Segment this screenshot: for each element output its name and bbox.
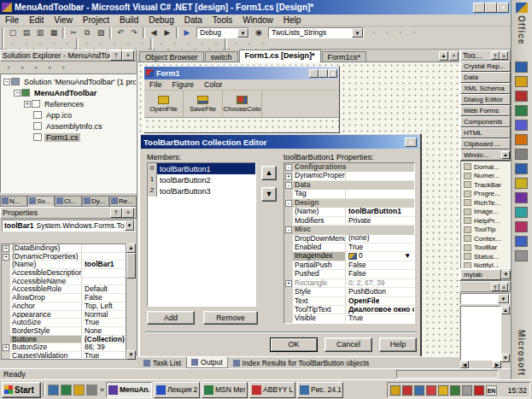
dialog-close-icon[interactable]: × [405,138,417,147]
toolbox-item-image[interactable]: Image... [461,208,510,217]
undo-icon[interactable]: ↶ [114,27,126,38]
toolbox-tab-windo[interactable]: Windo...▲ [460,150,511,161]
toolbox-item-richte[interactable]: RichTe... [461,198,510,208]
dock-tab-dy[interactable]: Dy... [82,196,109,207]
toolbox-item-status[interactable]: Status... [461,252,510,261]
navigate-forward-icon[interactable]: ▶ [161,27,173,38]
expand-box[interactable]: + [285,173,292,180]
toolbox-item-numer[interactable]: Numer... [461,172,510,181]
quicklaunch-icon-1[interactable] [48,384,59,396]
property-row-anchor[interactable]: AnchorTop, Left [2,302,126,311]
dialog-property-row-visible[interactable]: VisibleTrue [284,314,414,323]
expand-box[interactable]: − [14,90,20,97]
toolbox-item-toolbar[interactable]: ToolBar [461,244,510,253]
expand-box[interactable]: − [3,79,10,85]
quicklaunch-icon-2[interactable] [61,384,72,396]
tree-item-app-ico[interactable]: App.ico [1,109,136,120]
menu-item-project[interactable]: Project [78,15,114,26]
office-app-icon-2[interactable] [515,76,528,87]
layout-icon-17[interactable]: ▫ [243,38,255,50]
layout-icon-12[interactable]: ▫ [169,38,181,50]
menu-item-data[interactable]: Data [179,15,208,26]
find-in-files-icon[interactable]: ▫ [367,27,379,38]
pin-icon[interactable]: † [110,208,122,218]
form-close-button[interactable]: × [328,69,337,78]
layout-icon-1[interactable]: ▫ [7,38,19,50]
property-grid-scrollbar[interactable]: ▲ ▼ [126,244,136,360]
layout-icon-5[interactable]: ▫ [61,38,73,50]
new-file-icon[interactable]: ▢ [7,27,19,38]
menu-item-build[interactable]: Build [114,15,143,26]
chevron-down-icon[interactable]: ▼ [498,294,509,303]
toolbox-tab-mytab[interactable]: mytab [460,269,501,280]
property-row-dynamicproperties[interactable]: +(DynamicProperties) [2,253,126,261]
property-row-buttonsize[interactable]: +ButtonSize86; 39 [2,343,126,352]
layout-icon-2[interactable]: ▫ [20,38,32,50]
member-item-toolbarbutton1[interactable]: 0toolBarButton1 [148,163,255,174]
form-toolbar-button-openfile[interactable]: OpenFile [144,91,184,117]
dialog-property-row-modifiers[interactable]: ModifiersPrivate [284,217,414,226]
layout-icon-13[interactable]: ▫ [183,38,195,50]
form-menu-item-color[interactable]: Color [199,80,228,89]
toolbox-tab-clipboard[interactable]: Clipboard ... [460,138,511,150]
layout-icon-11[interactable]: ▫ [155,38,167,50]
tree-item-menuandtoolbar[interactable]: −MenuAndToolbar [1,87,136,98]
chevron-down-icon[interactable]: ▼ [237,28,248,38]
bottom-tab-output[interactable]: Output [186,357,228,368]
toolbox-tab-dropdown-icon[interactable]: ▼ [501,270,511,279]
property-row-accessiblerole[interactable]: AccessibleRoleDefault [2,285,126,294]
quicklaunch-icon-3[interactable] [73,384,85,396]
layout-icon-4[interactable]: ▫ [48,38,60,50]
pin-icon[interactable]: † [491,283,500,291]
form-toolbar-button-savefile[interactable]: SaveFile [184,91,223,117]
save-all-icon[interactable]: ▦ [48,27,60,38]
toolbox-item-trackbar[interactable]: TrackBar [461,180,510,190]
member-item-toolbarbutton2[interactable]: 1toolBarButton2 [148,174,255,185]
task-button-msn-mess[interactable]: MSN Mess... [202,382,248,398]
dock-tab-so[interactable]: So... [27,196,55,207]
ok-button[interactable]: OK [270,337,318,352]
property-row-appearance[interactable]: AppearanceNormal [2,311,126,320]
toolbox-item-tooltip[interactable]: ToolTip [461,226,510,235]
expand-box[interactable]: - [285,182,292,189]
dock-tab-re[interactable]: Re... [109,196,137,207]
toolbox-item-domai[interactable]: Domai... [461,162,510,172]
move-down-button[interactable]: ▼ [261,187,277,202]
close-button[interactable]: × [497,3,509,13]
tray-icon-3[interactable] [414,385,424,396]
layout-icon-8[interactable]: ▫ [108,38,120,50]
expand-box[interactable]: + [3,344,9,351]
form-maximize-button[interactable]: □ [319,69,328,78]
help-button[interactable]: Help [379,337,417,352]
tray-icon-4[interactable] [426,385,436,396]
toolbox-tab-web-forms[interactable]: Web Forms [460,105,511,116]
redo-icon[interactable]: ↷ [128,27,140,38]
toolbox-tab-crystal-rep[interactable]: Crystal Rep... [460,61,511,72]
start-button[interactable]: Start [2,382,41,398]
task-button-лекция-2[interactable]: Лекция 2... [154,382,200,398]
tree-item-assemblyinfo-cs[interactable]: AssemblyInfo.cs [1,120,136,132]
dialog-property-row-style[interactable]: StylePushButton [284,288,414,296]
dialog-property-row-misc[interactable]: -Misc [284,226,414,234]
expand-box[interactable]: - [285,200,292,207]
expand-box[interactable]: - [285,164,292,171]
view-code-icon[interactable]: ▫ [3,62,15,73]
paste-icon[interactable]: ▧ [95,27,107,38]
tray-icon-8[interactable] [474,385,484,396]
layout-icon-3[interactable]: ▫ [34,38,46,50]
close-icon[interactable]: × [122,50,134,61]
comment-icon[interactable]: ▫ [395,27,406,38]
toolbox-tab-data[interactable]: Data [460,72,511,83]
dialog-property-row-enabled[interactable]: EnabledTrue [284,244,414,252]
property-row-name[interactable]: (Name)toolBar1 [2,261,126,269]
toolbox-tab-components[interactable]: Components [460,116,511,127]
office-app-icon-10[interactable] [515,192,528,203]
toolbox-tab-html[interactable]: HTML [460,127,511,138]
tree-item-solution-menuandtoolbar-1-project[interactable]: −Solution 'MenuAndToolbar' (1 project) [1,76,136,87]
add-button[interactable]: Add [147,311,195,325]
chevron-down-icon[interactable]: ▼ [125,220,134,231]
property-row-accessiblename[interactable]: AccessibleName [2,278,126,286]
tray-icon-7[interactable] [462,385,472,396]
dialog-property-row-text[interactable]: TextOpenFile [284,297,414,306]
office-app-icon-8[interactable] [515,163,528,174]
